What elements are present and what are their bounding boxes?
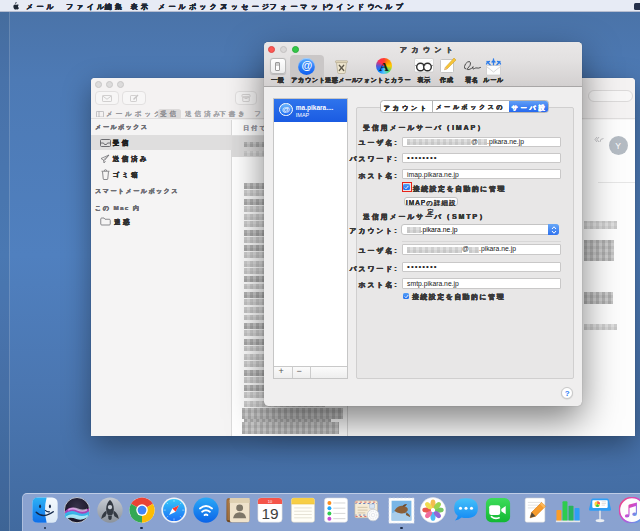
- svg-text:19: 19: [261, 505, 278, 522]
- svg-text:10: 10: [267, 500, 271, 504]
